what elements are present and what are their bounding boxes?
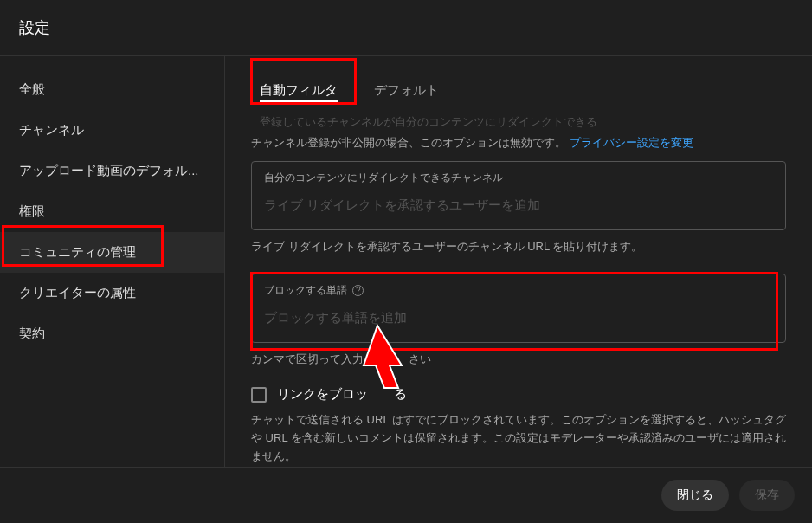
privacy-settings-link[interactable]: プライバシー設定を変更 xyxy=(570,136,693,149)
disabled-option-text: 登録しているチャンネルが自分のコンテンツにリダイレクトできる xyxy=(260,114,786,130)
block-links-label: リンクをブロックする xyxy=(277,386,407,403)
sidebar-item-general[interactable]: 全般 xyxy=(0,69,224,110)
sidebar-item-permissions[interactable]: 権限 xyxy=(0,191,224,232)
block-words-label: ブロックする単語 ? xyxy=(264,283,773,298)
footer: 閉じる 保存 xyxy=(0,467,812,523)
sidebar-item-channel[interactable]: チャンネル xyxy=(0,110,224,151)
privacy-note: チャンネル登録が非公開の場合、このオプションは無効です。 xyxy=(251,136,566,149)
block-words-input-box[interactable]: ブロックする単語 ? ブロックする単語を追加 xyxy=(251,274,786,343)
redirect-box-label: 自分のコンテンツにリダイレクトできるチャンネル xyxy=(264,171,773,185)
sidebar-item-community[interactable]: コミュニティの管理 xyxy=(0,232,224,273)
block-links-checkbox[interactable] xyxy=(251,387,267,403)
tab-default[interactable]: デフォルト xyxy=(371,74,442,109)
save-button[interactable]: 保存 xyxy=(739,480,795,511)
close-button[interactable]: 閉じる xyxy=(661,480,729,511)
content-panel: 自動フィルタ デフォルト 登録しているチャンネルが自分のコンテンツにリダイレクト… xyxy=(225,56,812,470)
block-words-placeholder: ブロックする単語を追加 xyxy=(264,307,773,333)
redirect-channel-input-box[interactable]: 自分のコンテンツにリダイレクトできるチャンネル ライブ リダイレクトを承認するユ… xyxy=(251,161,786,230)
page-title: 設定 xyxy=(19,19,50,36)
sidebar: 全般 チャンネル アップロード動画のデフォル... 権限 コミュニティの管理 ク… xyxy=(0,56,225,470)
sidebar-item-creator-attrs[interactable]: クリエイターの属性 xyxy=(0,273,224,313)
sidebar-item-upload-defaults[interactable]: アップロード動画のデフォル... xyxy=(0,151,224,191)
block-words-helper: カンマで区切って入力してください xyxy=(251,352,786,367)
redirect-helper-text: ライブ リダイレクトを承認するユーザーのチャンネル URL を貼り付けます。 xyxy=(251,239,786,255)
help-icon[interactable]: ? xyxy=(352,285,364,296)
redirect-box-placeholder: ライブ リダイレクトを承認するユーザーを追加 xyxy=(264,194,773,221)
tab-auto-filter[interactable]: 自動フィルタ xyxy=(256,74,341,109)
block-links-description: チャットで送信される URL はすでにブロックされています。このオプションを選択… xyxy=(251,411,786,465)
sidebar-item-agreements[interactable]: 契約 xyxy=(0,313,224,354)
